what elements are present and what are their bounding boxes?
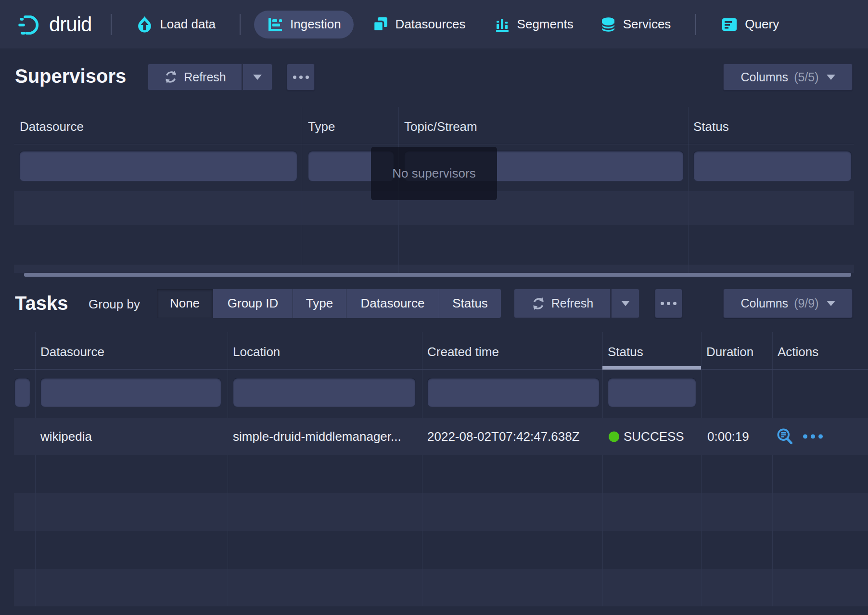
- refresh-icon: [531, 296, 546, 311]
- chevron-down-icon: [253, 75, 262, 80]
- column-header-actions[interactable]: Actions: [778, 345, 818, 359]
- task-id-filter-input[interactable]: [14, 378, 30, 407]
- tasks-table: Datasource Location Created time Status …: [14, 332, 868, 606]
- datasources-icon: [372, 17, 388, 32]
- status-text: SUCCESS: [624, 429, 684, 444]
- refresh-label: Refresh: [184, 70, 226, 84]
- nav-segments[interactable]: Segments: [495, 17, 574, 32]
- column-header-datasource[interactable]: Datasource: [40, 345, 104, 359]
- refresh-dropdown-button[interactable]: [242, 64, 272, 90]
- tasks-refresh-split-button: Refresh: [514, 289, 639, 318]
- chevron-down-icon: [827, 75, 835, 80]
- druid-logo[interactable]: druid: [18, 13, 91, 36]
- cell-duration: 0:00:19: [707, 429, 749, 444]
- tasks-more-button[interactable]: [655, 289, 682, 318]
- segments-icon: [495, 17, 510, 32]
- druid-logo-icon: [18, 13, 42, 36]
- refresh-dropdown-button[interactable]: [611, 289, 639, 318]
- status-filter-input[interactable]: [608, 378, 696, 407]
- nav-divider: [695, 14, 696, 35]
- nav-item-label: Datasources: [396, 17, 466, 32]
- empty-state-message: No supervisors: [392, 166, 475, 181]
- column-header-created-time[interactable]: Created time: [427, 345, 499, 359]
- ingestion-chart-icon: [268, 17, 283, 32]
- nav-item-label: Query: [745, 17, 779, 32]
- group-by-datasource-button[interactable]: Datasource: [346, 289, 439, 318]
- more-icon: [293, 76, 309, 79]
- table-row: [14, 569, 868, 606]
- empty-state-overlay: No supervisors: [371, 147, 497, 200]
- nav-item-label: Ingestion: [290, 17, 341, 32]
- table-row: [14, 265, 854, 273]
- nav-divider: [111, 14, 112, 35]
- task-row-wikipedia[interactable]: wikipedia simple-druid-middlemanager... …: [14, 418, 868, 455]
- horizontal-scrollbar[interactable]: [24, 273, 851, 277]
- group-by-status-button[interactable]: Status: [439, 289, 501, 318]
- query-icon: [721, 17, 738, 32]
- supervisors-title: Supervisors: [15, 65, 126, 87]
- column-header-status[interactable]: Status: [608, 345, 643, 359]
- columns-count: (9/9): [794, 296, 818, 310]
- task-actions-more-icon[interactable]: [803, 435, 823, 439]
- column-header-topic-stream[interactable]: Topic/Stream: [404, 119, 477, 134]
- group-by-type-button[interactable]: Type: [293, 289, 346, 318]
- datasource-filter-input[interactable]: [40, 378, 221, 407]
- cell-location: simple-druid-middlemanager...: [233, 429, 401, 444]
- group-by-group-id-button[interactable]: Group ID: [213, 289, 293, 318]
- chevron-down-icon: [621, 301, 630, 306]
- nav-query[interactable]: Query: [721, 17, 779, 32]
- columns-label: Columns: [740, 296, 788, 310]
- columns-count: (5/5): [794, 70, 818, 84]
- nav-services[interactable]: Services: [600, 16, 671, 33]
- refresh-label: Refresh: [551, 296, 594, 310]
- supervisors-more-button[interactable]: [287, 64, 315, 90]
- supervisors-refresh-split-button: Refresh: [148, 64, 272, 90]
- refresh-button[interactable]: Refresh: [148, 64, 242, 90]
- column-header-type[interactable]: Type: [308, 119, 335, 134]
- upload-icon: [137, 16, 153, 33]
- nav-load-data[interactable]: Load data: [137, 16, 216, 33]
- chevron-down-icon: [827, 301, 835, 306]
- nav-item-label: Segments: [517, 17, 574, 32]
- datasource-filter-input[interactable]: [19, 151, 297, 181]
- column-header-location[interactable]: Location: [233, 345, 280, 359]
- more-icon: [661, 302, 677, 305]
- status-filter-input[interactable]: [693, 151, 852, 181]
- refresh-icon: [164, 70, 178, 84]
- column-header-duration[interactable]: Duration: [706, 345, 753, 359]
- column-header-status[interactable]: Status: [693, 119, 729, 134]
- nav-datasources[interactable]: Datasources: [372, 17, 466, 32]
- nav-ingestion[interactable]: Ingestion: [254, 11, 354, 38]
- refresh-button[interactable]: Refresh: [514, 289, 611, 318]
- group-by-button-group: None Group ID Type Datasource Status: [157, 289, 501, 318]
- nav-item-label: Load data: [160, 17, 216, 32]
- nav-divider: [240, 14, 241, 35]
- sort-indicator-status: [602, 366, 701, 370]
- druid-logo-text: druid: [49, 13, 91, 36]
- tasks-title: Tasks: [15, 293, 68, 314]
- task-detail-magnifier-icon[interactable]: [776, 428, 794, 446]
- group-by-label: Group by: [89, 297, 140, 312]
- supervisors-table: Datasource Type Topic/Stream Status No s…: [14, 107, 854, 277]
- table-row: [14, 493, 868, 531]
- group-by-none-button[interactable]: None: [157, 289, 213, 318]
- cell-actions: [776, 428, 823, 446]
- supervisors-columns-button[interactable]: Columns (5/5): [723, 64, 853, 90]
- tasks-columns-button[interactable]: Columns (9/9): [723, 289, 853, 318]
- nav-item-label: Services: [623, 17, 671, 32]
- cell-status: SUCCESS: [609, 429, 684, 444]
- top-nav: druid Load data Ingestion: [0, 0, 868, 49]
- columns-label: Columns: [740, 70, 788, 84]
- druid-console: druid Load data Ingestion: [0, 0, 868, 615]
- cell-created-time: 2022-08-02T07:42:47.638Z: [427, 429, 580, 444]
- column-header-datasource[interactable]: Datasource: [20, 119, 84, 134]
- cell-datasource: wikipedia: [40, 429, 92, 444]
- location-filter-input[interactable]: [233, 378, 416, 407]
- created-time-filter-input[interactable]: [427, 378, 600, 407]
- services-icon: [600, 16, 616, 33]
- status-success-dot: [609, 431, 619, 442]
